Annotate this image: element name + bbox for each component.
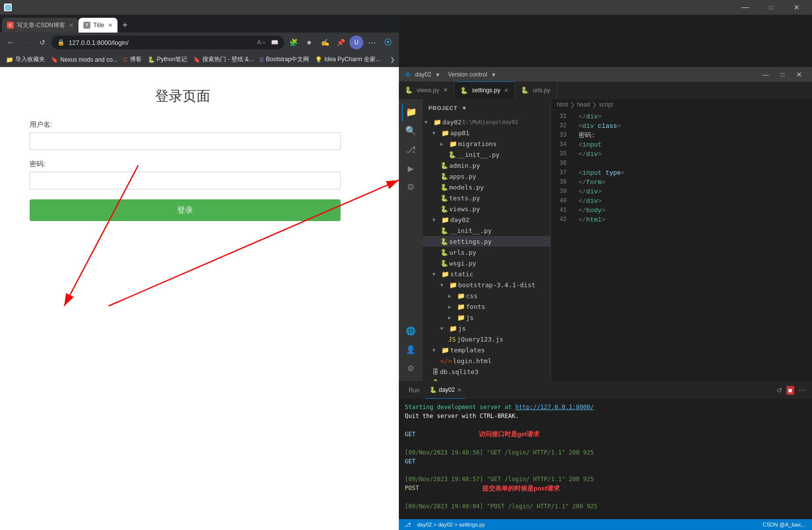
web-capture-btn[interactable]: ✍: [318, 36, 332, 49]
run-label[interactable]: Run: [405, 381, 424, 399]
tree-item-views-app01[interactable]: 🐍 views.py: [423, 203, 550, 214]
status-branch[interactable]: day02 > day02 > settings.py: [417, 522, 485, 528]
vscode-tab-settings[interactable]: 🐍 settings.py ✕: [454, 81, 515, 99]
bookmark-wallpaper[interactable]: 🔖 搜索热门 - 壁纸 &...: [191, 54, 256, 65]
minimize-btn[interactable]: —: [734, 0, 757, 15]
tree-path: E:\MyDjango\day02: [463, 119, 518, 125]
maximize-btn[interactable]: □: [760, 0, 782, 15]
code-editor[interactable]: 31 32 33 34 35 36 37 38 39 40 41 42: [551, 110, 812, 381]
tree-item-templates[interactable]: ▼ 📁 templates: [423, 344, 550, 355]
activity-explorer[interactable]: 📁: [402, 103, 420, 121]
browser-tab-csdn[interactable]: C 写文章-CSDN博客 ✕: [2, 18, 78, 33]
tree-item-static[interactable]: ▼ 📁 static: [423, 268, 550, 279]
tree-item-app01[interactable]: ▼ 📁 app01: [423, 127, 550, 138]
python-icon: 🐍: [148, 56, 155, 63]
vscode-close-btn[interactable]: ✕: [792, 71, 806, 78]
tree-item-migrations[interactable]: ▶ 📁 migrations: [423, 138, 550, 149]
tree-item-jquery[interactable]: JS jQuery123.js: [423, 334, 550, 344]
tree-item-models[interactable]: 🐍 models.py: [423, 182, 550, 192]
address-text[interactable]: 127.0.0.1:8000/login/: [69, 39, 253, 46]
tree-item-db[interactable]: 🗄 db.sqlite3: [423, 366, 550, 377]
activity-git[interactable]: ⎇: [402, 141, 420, 158]
collections-btn[interactable]: 📌: [334, 36, 348, 49]
browser-tab-title[interactable]: T Title ✕: [78, 18, 117, 33]
blog-icon: C: [123, 56, 128, 63]
close-terminal-icon[interactable]: ✕: [457, 387, 462, 393]
address-bar[interactable]: 🔒 127.0.0.1:8000/login/ A↔ 📖: [51, 36, 284, 49]
folder-icon: 📁: [433, 118, 441, 126]
vc-dropdown-icon[interactable]: ▼: [491, 72, 496, 77]
vscode-min-btn[interactable]: —: [759, 71, 773, 78]
activity-remote[interactable]: 🌐: [402, 322, 420, 340]
close-btn[interactable]: ✕: [785, 0, 808, 15]
nav-bar: ← → ↺ 🔒 127.0.0.1:8000/login/ A↔ 📖 🧩 ★ ✍…: [0, 33, 399, 52]
more-panel-icon[interactable]: ⋯: [798, 385, 806, 395]
tree-item-js[interactable]: ▼ 📁 js: [423, 323, 550, 334]
username-input[interactable]: [30, 132, 341, 150]
new-tab-button[interactable]: +: [117, 18, 132, 33]
bookmark-python[interactable]: 🐍 Python笔记: [146, 54, 189, 65]
tree-item-day02-root[interactable]: ▼ 📁 day02 E:\MyDjango\day02: [423, 116, 550, 127]
tree-item-login-html[interactable]: </> login.html: [423, 355, 550, 366]
folder-icon: 📁: [441, 216, 449, 224]
tree-item-apps[interactable]: 🐍 apps.py: [423, 171, 550, 182]
forward-button[interactable]: →: [20, 36, 34, 49]
tree-item-urls[interactable]: 🐍 urls.py: [423, 247, 550, 258]
login-button[interactable]: 登录: [30, 199, 341, 221]
project-dropdown-icon[interactable]: ▼: [435, 72, 440, 77]
browser-page: 登录页面 用户名: 密码: 登录: [0, 67, 399, 530]
close-tab2-icon[interactable]: ✕: [108, 22, 113, 29]
tree-item-day02-sub[interactable]: ▼ 📁 day02: [423, 214, 550, 225]
terminal-tab[interactable]: 🐍 day02 ✕: [425, 381, 465, 399]
tree-item-admin[interactable]: 🐍 admin.py: [423, 160, 550, 171]
back-button[interactable]: ←: [4, 36, 18, 49]
terminal-line-log1: [09/Nov/2023 19:48:56] "GET /login/ HTTP…: [405, 448, 806, 457]
close-tab-icon[interactable]: ✕: [69, 22, 74, 29]
more-btn[interactable]: ⋯: [365, 36, 379, 49]
code-content[interactable]: </div> <div class= 密码: <input </div> <in…: [571, 110, 812, 381]
bookmark-nexus[interactable]: 🔖 Nexus mods and co...: [49, 54, 119, 65]
tree-item-init-day02[interactable]: 🐍 __init__.py: [423, 225, 550, 236]
favorites-btn[interactable]: ★: [302, 36, 316, 49]
tree-item-tests[interactable]: 🐍 tests.py: [423, 192, 550, 203]
bookmark-idea[interactable]: 💡 Idea PyCharm 全家...: [313, 54, 383, 65]
activity-debug[interactable]: ▶: [402, 159, 420, 177]
edge-icon: ⦿: [381, 36, 395, 49]
profile-btn[interactable]: U: [349, 36, 363, 49]
read-mode-icon[interactable]: 📖: [271, 39, 278, 46]
tree-item-settings[interactable]: 🐍 settings.py: [423, 236, 550, 247]
bookmark-import[interactable]: 📁 导入收藏夹: [4, 54, 47, 65]
idea-icon: 💡: [315, 56, 322, 63]
tree-item-wsgi[interactable]: 🐍 wsgi.py: [423, 258, 550, 268]
activity-extensions[interactable]: ⚙: [402, 178, 420, 196]
tree-item-js-bootstrap[interactable]: ▶ 📁 js: [423, 312, 550, 323]
annotation-post: 提交表单的时候是post请求: [482, 484, 560, 493]
tree-item-init-migrations[interactable]: 🐍 __init__.py: [423, 149, 550, 160]
activity-settings[interactable]: ⚙: [402, 359, 420, 377]
vscode-tab-urls[interactable]: 🐍 urls.py: [515, 81, 556, 99]
bookmark-blog[interactable]: C 博客: [121, 54, 144, 65]
panel-actions: ↺ ■ ⋯: [776, 385, 806, 395]
restart-icon[interactable]: ↺: [776, 386, 782, 394]
tree-item-manage[interactable]: 🐍 manage.py: [423, 377, 550, 381]
close-settings-icon[interactable]: ✕: [504, 87, 508, 94]
tree-item-bootstrap[interactable]: ▼ 📁 bootstrap-3.4.1-dist: [423, 279, 550, 290]
close-views-icon[interactable]: ✕: [443, 87, 448, 93]
folder-icon: 📁: [6, 56, 13, 63]
refresh-button[interactable]: ↺: [36, 36, 49, 49]
lock-icon: 🔒: [57, 39, 65, 46]
tab-title: 写文章-CSDN博客: [17, 21, 65, 30]
more-bookmarks[interactable]: ❯: [390, 56, 395, 63]
extensions-btn[interactable]: 🧩: [286, 36, 300, 49]
bookmark-bootstrap[interactable]: B Bootstrap中文网: [258, 54, 311, 65]
tree-item-fonts[interactable]: ▶ 📁 fonts: [423, 301, 550, 312]
activity-account[interactable]: 👤: [402, 341, 420, 358]
password-input[interactable]: [30, 172, 341, 189]
translate-icon[interactable]: A↔: [257, 39, 267, 46]
nexus-icon: 🔖: [51, 56, 58, 63]
vscode-tab-views[interactable]: 🐍 views.py ✕: [399, 81, 454, 99]
stop-icon[interactable]: ■: [786, 386, 794, 395]
tree-item-css[interactable]: ▶ 📁 css: [423, 290, 550, 301]
activity-search[interactable]: 🔍: [402, 122, 420, 140]
vscode-max-btn[interactable]: □: [777, 71, 788, 78]
